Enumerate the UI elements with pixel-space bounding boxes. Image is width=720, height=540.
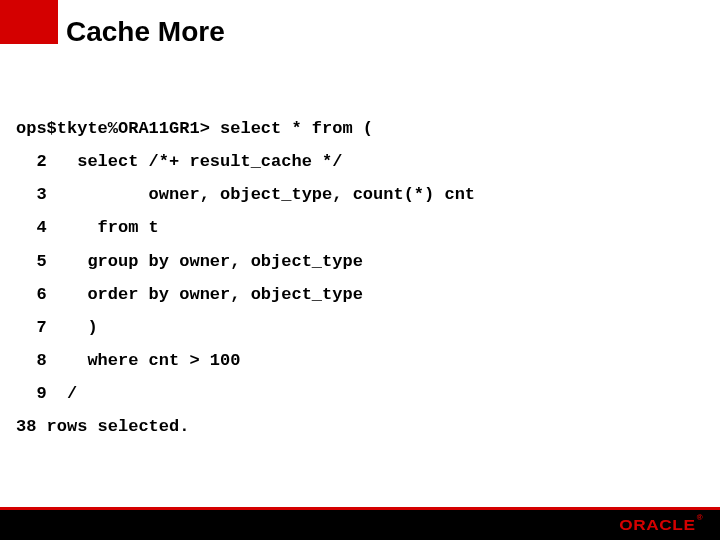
footer: ORACLE® [0, 506, 720, 540]
code-block: ops$tkyte%ORA11GR1> select * from ( 2 se… [16, 112, 704, 443]
oracle-logo-reg: ® [697, 514, 704, 521]
oracle-logo: ORACLE® [619, 516, 702, 533]
code-line: 7 ) [16, 311, 704, 344]
code-line: 8 where cnt > 100 [16, 344, 704, 377]
code-line: 38 rows selected. [16, 410, 704, 443]
code-line: 2 select /*+ result_cache */ [16, 145, 704, 178]
code-line: 9 / [16, 377, 704, 410]
footer-black-stripe [0, 510, 720, 540]
slide: Cache More ops$tkyte%ORA11GR1> select * … [0, 0, 720, 540]
code-line: 3 owner, object_type, count(*) cnt [16, 178, 704, 211]
slide-title: Cache More [66, 16, 225, 48]
oracle-logo-text: ORACLE [619, 516, 695, 533]
code-line: 4 from t [16, 211, 704, 244]
code-line: 6 order by owner, object_type [16, 278, 704, 311]
code-line: ops$tkyte%ORA11GR1> select * from ( [16, 112, 704, 145]
header-red-block [0, 0, 58, 44]
code-line: 5 group by owner, object_type [16, 245, 704, 278]
